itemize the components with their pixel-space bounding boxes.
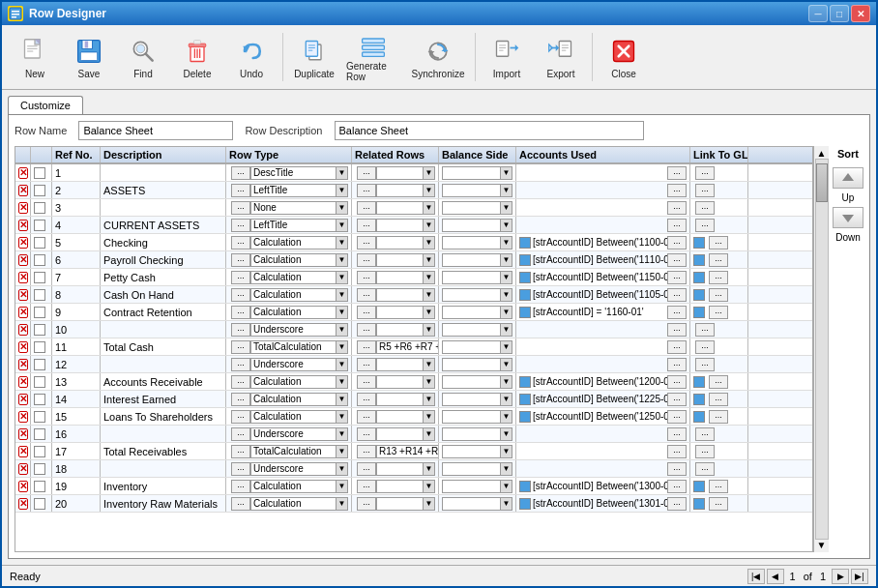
rowtype-select[interactable]: Calculation	[250, 288, 337, 302]
linkgl-dots[interactable]: ···	[695, 340, 715, 354]
relrows-arrow[interactable]: ▼	[424, 497, 435, 511]
relrows-arrow[interactable]: ▼	[424, 201, 435, 215]
scrollbar-track[interactable]	[815, 159, 829, 540]
row-checkbox[interactable]	[34, 341, 45, 353]
accounts-dots[interactable]: ···	[667, 253, 687, 267]
linkgl-dots[interactable]: ···	[695, 462, 715, 476]
relrows-arrow[interactable]: ▼	[424, 462, 435, 476]
rowtype-dots[interactable]: ···	[231, 288, 250, 302]
balside-arrow[interactable]: ▼	[501, 410, 512, 424]
linkgl-dots[interactable]: ···	[709, 236, 728, 250]
linkgl-dots[interactable]: ···	[709, 393, 728, 406]
relrows-select[interactable]	[376, 358, 424, 371]
linkgl-check[interactable]	[693, 394, 705, 405]
rowtype-dots[interactable]: ···	[231, 445, 250, 458]
accounts-dots[interactable]: ···	[667, 393, 687, 406]
balside-select[interactable]	[442, 253, 501, 267]
balside-select[interactable]	[442, 497, 501, 511]
relrows-arrow[interactable]: ▼	[424, 323, 435, 337]
relrows-select[interactable]	[376, 288, 424, 302]
rowtype-dots[interactable]: ···	[231, 480, 250, 493]
row-checkbox[interactable]	[34, 254, 45, 266]
linkgl-check[interactable]	[693, 411, 705, 423]
accounts-check[interactable]	[519, 481, 531, 492]
linkgl-dots[interactable]: ···	[709, 288, 728, 302]
row-checkbox[interactable]	[34, 324, 45, 336]
rowtype-select[interactable]: Underscore	[250, 427, 337, 441]
balside-select[interactable]	[442, 184, 501, 197]
linkgl-dots[interactable]: ···	[695, 184, 715, 197]
relrows-dots[interactable]: ···	[357, 497, 376, 511]
rowtype-dots[interactable]: ···	[231, 253, 250, 267]
linkgl-dots[interactable]: ···	[709, 497, 728, 511]
row-delete-button[interactable]: ✕	[18, 289, 28, 301]
rowtype-select[interactable]: Calculation	[250, 375, 337, 389]
balside-arrow[interactable]: ▼	[501, 393, 512, 406]
relrows-select[interactable]	[376, 219, 424, 232]
nav-next[interactable]: ▶	[832, 569, 849, 584]
accounts-dots[interactable]: ···	[667, 375, 687, 389]
maximize-button[interactable]: □	[830, 5, 849, 22]
rowtype-dots[interactable]: ···	[231, 375, 250, 389]
linkgl-dots[interactable]: ···	[695, 427, 715, 441]
accounts-dots[interactable]: ···	[667, 462, 687, 476]
row-checkbox[interactable]	[34, 237, 45, 249]
linkgl-dots[interactable]: ···	[695, 323, 715, 337]
linkgl-dots[interactable]: ···	[695, 166, 715, 180]
rowtype-dots[interactable]: ···	[231, 306, 250, 319]
balside-arrow[interactable]: ▼	[501, 271, 512, 284]
close-window-button[interactable]: ✕	[851, 5, 870, 22]
rowtype-arrow[interactable]: ▼	[337, 410, 348, 424]
row-checkbox[interactable]	[34, 307, 45, 318]
relrows-select[interactable]	[376, 480, 424, 493]
relrows-arrow[interactable]: ▼	[424, 253, 435, 267]
row-checkbox[interactable]	[34, 359, 45, 370]
linkgl-check[interactable]	[693, 498, 705, 510]
relrows-dots[interactable]: ···	[357, 340, 376, 354]
balside-arrow[interactable]: ▼	[501, 340, 512, 354]
accounts-dots[interactable]: ···	[667, 497, 687, 511]
accounts-check[interactable]	[519, 237, 531, 249]
accounts-dots[interactable]: ···	[667, 427, 687, 441]
accounts-dots[interactable]: ···	[667, 201, 687, 215]
linkgl-dots[interactable]: ···	[695, 219, 715, 232]
relrows-arrow[interactable]: ▼	[424, 166, 435, 180]
rowtype-select[interactable]: TotalCalculation	[250, 340, 337, 354]
relrows-dots[interactable]: ···	[357, 375, 376, 389]
linkgl-dots[interactable]: ···	[709, 271, 728, 284]
accounts-check[interactable]	[519, 272, 531, 283]
rowtype-arrow[interactable]: ▼	[337, 427, 348, 441]
balside-arrow[interactable]: ▼	[501, 462, 512, 476]
balside-select[interactable]	[442, 166, 501, 180]
row-checkbox[interactable]	[34, 498, 45, 510]
delete-button[interactable]: Delete	[172, 29, 222, 85]
rowtype-arrow[interactable]: ▼	[337, 497, 348, 511]
generate-row-button[interactable]: Generate Row	[343, 29, 403, 85]
rowtype-select[interactable]: LeftTitle	[250, 219, 337, 232]
balside-arrow[interactable]: ▼	[501, 236, 512, 250]
linkgl-dots[interactable]: ···	[709, 306, 728, 319]
nav-last[interactable]: ▶|	[851, 569, 868, 584]
relrows-dots[interactable]: ···	[357, 219, 376, 232]
rowtype-dots[interactable]: ···	[231, 358, 250, 371]
rowtype-arrow[interactable]: ▼	[337, 236, 348, 250]
new-button[interactable]: New	[10, 29, 60, 85]
row-delete-button[interactable]: ✕	[18, 220, 28, 231]
sort-up-button[interactable]	[833, 167, 863, 189]
balside-select[interactable]	[442, 271, 501, 284]
relrows-arrow[interactable]: ▼	[424, 288, 435, 302]
relrows-select[interactable]	[376, 497, 424, 511]
balside-arrow[interactable]: ▼	[501, 427, 512, 441]
tab-customize[interactable]: Customize	[8, 96, 83, 114]
relrows-select[interactable]	[376, 271, 424, 284]
balside-arrow[interactable]: ▼	[501, 445, 512, 458]
linkgl-check[interactable]	[693, 237, 705, 249]
accounts-check[interactable]	[519, 307, 531, 318]
accounts-dots[interactable]: ···	[667, 358, 687, 371]
rowtype-arrow[interactable]: ▼	[337, 306, 348, 319]
relrows-arrow[interactable]: ▼	[424, 358, 435, 371]
relrows-select[interactable]	[376, 462, 424, 476]
relrows-dots[interactable]: ···	[357, 393, 376, 406]
accounts-dots[interactable]: ···	[667, 271, 687, 284]
sort-down-button[interactable]	[833, 207, 863, 228]
